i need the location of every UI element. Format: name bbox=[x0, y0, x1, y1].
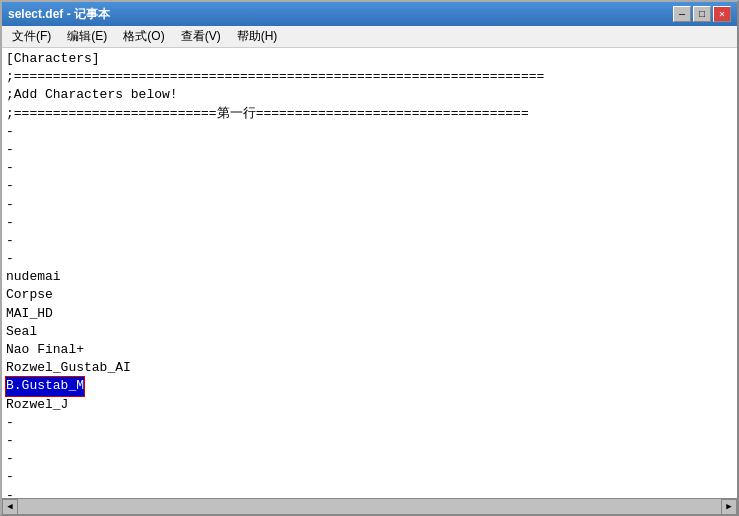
window-title: select.def - 记事本 bbox=[8, 6, 110, 23]
menu-bar: 文件(F) 编辑(E) 格式(O) 查看(V) 帮助(H) bbox=[2, 26, 737, 48]
menu-view[interactable]: 查看(V) bbox=[175, 27, 227, 46]
scroll-track[interactable] bbox=[18, 499, 721, 514]
title-bar: select.def - 记事本 — □ ✕ bbox=[2, 2, 737, 26]
text-editor[interactable]: [Characters] ;==========================… bbox=[2, 48, 737, 498]
close-button[interactable]: ✕ bbox=[713, 6, 731, 22]
menu-edit[interactable]: 编辑(E) bbox=[61, 27, 113, 46]
scroll-right-button[interactable]: ▶ bbox=[721, 499, 737, 515]
maximize-button[interactable]: □ bbox=[693, 6, 711, 22]
menu-format[interactable]: 格式(O) bbox=[117, 27, 170, 46]
horizontal-scrollbar: ◀ ▶ bbox=[2, 498, 737, 514]
minimize-button[interactable]: — bbox=[673, 6, 691, 22]
menu-file[interactable]: 文件(F) bbox=[6, 27, 57, 46]
content-wrapper: [Characters] ;==========================… bbox=[2, 48, 737, 498]
window-controls: — □ ✕ bbox=[673, 6, 731, 22]
menu-help[interactable]: 帮助(H) bbox=[231, 27, 284, 46]
main-window: select.def - 记事本 — □ ✕ 文件(F) 编辑(E) 格式(O)… bbox=[0, 0, 739, 516]
scroll-left-button[interactable]: ◀ bbox=[2, 499, 18, 515]
